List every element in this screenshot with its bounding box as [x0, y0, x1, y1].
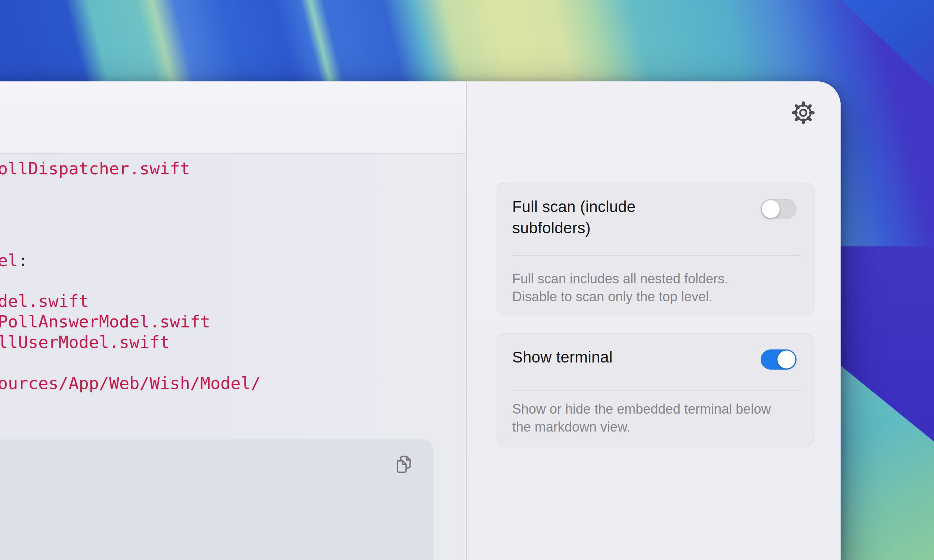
toggle-knob	[762, 200, 780, 218]
file-path-line: ources/App/Web/Wish/Model/	[0, 373, 261, 394]
settings-panel: Full scan (include subfolders) Full scan…	[467, 82, 841, 560]
file-path-line: del.swift	[0, 291, 89, 312]
full-scan-toggle[interactable]	[761, 199, 797, 219]
card-divider	[512, 255, 800, 256]
file-path-line: llUserModel.swift	[0, 332, 170, 353]
file-path-line: ollDispatcher.swift	[0, 158, 190, 179]
setting-description: Full scan includes all nested folders. D…	[512, 270, 774, 306]
setting-title: Full scan (include subfolders)	[512, 196, 706, 238]
toggle-knob	[777, 351, 795, 368]
setting-card-show-terminal: Show terminal Show or hide the embedded …	[496, 333, 814, 446]
markdown-pane: ollDispatcher.swift el: del.swift PollAn…	[0, 82, 467, 560]
copy-icon	[395, 454, 413, 476]
setting-card-full-scan: Full scan (include subfolders) Full scan…	[496, 183, 814, 315]
card-divider	[512, 391, 800, 391]
window-toolbar	[0, 82, 467, 154]
gear-icon	[791, 120, 815, 126]
markdown-document: ollDispatcher.swift el: del.swift PollAn…	[0, 154, 467, 560]
copy-button[interactable]	[395, 454, 414, 476]
app-window: ollDispatcher.swift el: del.swift PollAn…	[0, 82, 841, 560]
show-terminal-toggle[interactable]	[761, 349, 797, 369]
setting-title: Show terminal	[512, 346, 706, 368]
file-path-line: PollAnswerModel.swift	[0, 311, 210, 332]
file-path-line: el:	[0, 250, 28, 271]
code-block	[0, 439, 434, 560]
settings-gear-button[interactable]	[791, 100, 815, 125]
setting-description: Show or hide the embedded terminal below…	[512, 400, 774, 436]
